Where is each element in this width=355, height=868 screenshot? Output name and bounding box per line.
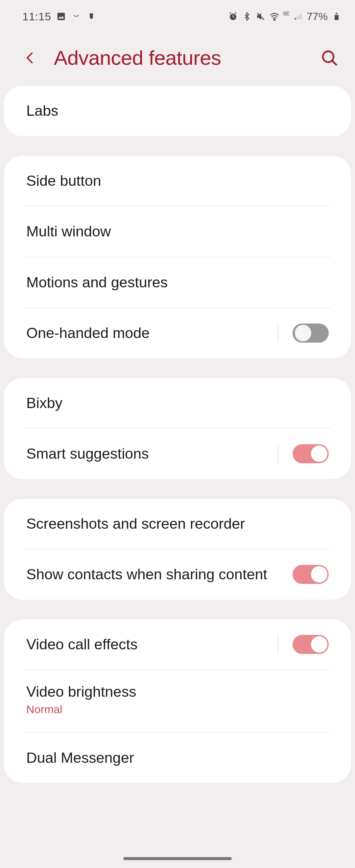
item-label: Dual Messenger (26, 748, 134, 768)
toggle-container (293, 565, 329, 584)
item-screenshots[interactable]: Screenshots and screen recorder (4, 499, 351, 549)
toggle-smart-suggestions[interactable] (293, 444, 329, 463)
settings-group: Labs (4, 86, 351, 136)
item-text: Video brightness Normal (26, 682, 329, 716)
toggle-knob (311, 636, 327, 653)
item-sublabel: Normal (26, 703, 319, 716)
glass-icon (86, 11, 97, 22)
item-video-call-effects[interactable]: Video call effects (4, 619, 351, 670)
back-icon[interactable] (23, 51, 37, 65)
item-smart-suggestions[interactable]: Smart suggestions (4, 429, 351, 479)
battery-percent: 77% (307, 10, 328, 23)
svg-rect-6 (335, 13, 337, 14)
item-label: Video call effects (26, 635, 138, 654)
toggle-container (278, 323, 329, 343)
image-icon (56, 11, 66, 22)
item-label: Video brightness (26, 682, 319, 702)
item-multi-window[interactable]: Multi window (4, 207, 351, 257)
item-motions-gestures[interactable]: Motions and gestures (4, 257, 351, 308)
toggle-knob (294, 324, 312, 342)
item-label: Bixby (26, 394, 62, 413)
svg-rect-5 (334, 20, 338, 20)
toggle-knob (311, 445, 327, 462)
wifi-band-label: 6E (283, 11, 290, 17)
gesture-bar[interactable] (123, 857, 232, 860)
content: Labs Side button Multi window Motions an… (0, 86, 355, 783)
toggle-video-call-effects[interactable] (293, 635, 329, 654)
svg-point-2 (274, 19, 276, 20)
toggle-divider (278, 324, 279, 342)
item-bixby[interactable]: Bixby (4, 378, 351, 428)
status-time: 11:15 (22, 10, 51, 23)
status-bar: 11:15 6E 77% (0, 0, 355, 33)
toggle-one-handed[interactable] (293, 323, 329, 343)
settings-group: Screenshots and screen recorder Show con… (4, 499, 351, 600)
toggle-show-contacts[interactable] (293, 565, 329, 584)
settings-group: Video call effects Video brightness Norm… (4, 619, 351, 783)
item-show-contacts[interactable]: Show contacts when sharing content (4, 549, 351, 600)
item-label: One-handed mode (26, 323, 150, 343)
page-title: Advanced features (54, 46, 307, 69)
alarm-icon (228, 11, 238, 22)
toggle-container (278, 444, 329, 463)
item-label: Motions and gestures (26, 273, 168, 292)
signal-icon (293, 11, 303, 22)
toggle-divider (278, 444, 279, 463)
status-right: 6E 77% (228, 10, 342, 23)
settings-group: Bixby Smart suggestions (4, 378, 351, 479)
svg-rect-4 (334, 15, 338, 20)
item-label: Smart suggestions (26, 444, 149, 464)
item-video-brightness[interactable]: Video brightness Normal (4, 670, 351, 732)
bluetooth-icon (241, 11, 252, 22)
item-label: Screenshots and screen recorder (26, 514, 245, 534)
svg-rect-0 (57, 13, 65, 20)
item-label: Side button (26, 171, 101, 191)
item-dual-messenger[interactable]: Dual Messenger (4, 733, 351, 783)
toggle-container (278, 635, 329, 654)
svg-line-8 (332, 61, 336, 65)
search-icon[interactable] (320, 49, 338, 67)
item-text: Show contacts when sharing content (26, 565, 293, 584)
toggle-knob (311, 566, 327, 583)
header: Advanced features (0, 33, 355, 86)
item-label: Multi window (26, 222, 111, 241)
smile-icon (71, 11, 82, 22)
toggle-divider (278, 635, 279, 654)
settings-group: Side button Multi window Motions and ges… (4, 156, 351, 359)
status-left: 11:15 (22, 10, 97, 23)
item-labs[interactable]: Labs (4, 86, 351, 136)
battery-icon (331, 11, 342, 22)
mute-icon (255, 11, 266, 22)
item-side-button[interactable]: Side button (4, 156, 351, 206)
wifi-icon (269, 11, 280, 22)
item-label: Show contacts when sharing content (26, 565, 283, 584)
item-one-handed-mode[interactable]: One-handed mode (4, 308, 351, 359)
item-label: Labs (26, 101, 59, 121)
